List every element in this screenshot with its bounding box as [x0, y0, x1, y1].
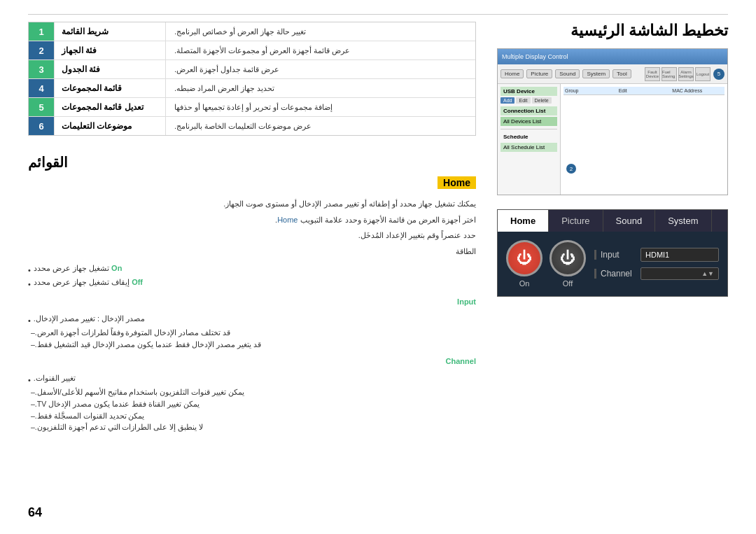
channel-sub1: – يمكن تغيير قنوات التلفزيون باستخدام مف…	[28, 386, 476, 398]
sw-badge-2: 2	[566, 164, 576, 174]
sw-delete-btn[interactable]: Delete	[532, 97, 552, 104]
tab-home[interactable]: Home	[498, 210, 549, 232]
row-number-2: 2	[29, 41, 54, 59]
sw-col-edit: Edit	[619, 88, 670, 93]
sw-system-tab[interactable]: System	[582, 69, 610, 78]
power-off-icon: ⏻	[560, 249, 575, 267]
sw-table-body	[564, 95, 724, 165]
sw-home-tab[interactable]: Home	[500, 69, 524, 78]
sw-tool-tab[interactable]: Tool	[612, 69, 631, 78]
row-desc-3: عرض قائمة جداول أجهزة العرض.	[166, 60, 475, 78]
sw-all-schedule: All Schedule List	[500, 143, 557, 152]
controls-section: Input HDMI1 Channel ▲▼	[594, 240, 719, 288]
table-row: 1 شريط القائمة تغيير حالة جهاز العرض أو …	[29, 22, 475, 41]
off-label: Off	[550, 279, 586, 288]
row-desc-6: عرض موضوعات التعليمات الخاصة بالبرنامج.	[166, 117, 475, 135]
input-title: Input	[28, 295, 476, 309]
software-screenshot: Multiple Display Control Home Picture So…	[497, 48, 728, 195]
sw-icon-logout: Logout	[695, 67, 710, 81]
channel-sub2: – يمكن تغيير القناة فقط عندما يكون مصدر …	[28, 398, 476, 410]
numbered-table: 1 شريط القائمة تغيير حالة جهاز العرض أو …	[28, 22, 476, 136]
sw-edit-btn[interactable]: Edit	[516, 97, 530, 104]
channel-label: Channel	[594, 269, 636, 279]
off-bullet: • Off إيقاف تشغيل جهاز عرض محدد	[28, 276, 476, 291]
sw-add-btn[interactable]: Add	[500, 97, 514, 104]
row-label-5: تعديل قائمة المجموعات	[54, 98, 166, 116]
input-select[interactable]: HDMI1	[640, 248, 719, 262]
table-row: 6 موضوعات التعليمات عرض موضوعات التعليما…	[29, 117, 475, 135]
row-number-5: 5	[29, 98, 54, 116]
sw-toolbar: Home Picture Sound System Tool Fault Dev…	[498, 64, 727, 84]
sw-divider	[500, 129, 557, 129]
sw-titlebar: Multiple Display Control	[498, 49, 727, 64]
input-desc-bullet: • مصدر الإدخال : تغيير مصدر الإدخال.	[28, 313, 476, 328]
channel-stepper[interactable]: ▲▼	[640, 267, 719, 280]
sw-icon-fault: Fault Device	[645, 67, 660, 81]
row-desc-4: تحديد جهاز العرض المراد ضبطه.	[166, 79, 475, 97]
channel-title: Channel	[28, 355, 476, 368]
sw-usb-buttons: Add Edit Delete	[500, 97, 557, 104]
sw-sidebar: USB Device Add Edit Delete Connection Li…	[498, 84, 561, 195]
channel-row: Channel ▲▼	[594, 267, 719, 280]
input-sub1: – قد تختلف مصادر الإدخال المتوفرة وفقاً …	[28, 327, 476, 339]
qawayem-line2: اختر أجهزة العرض من قائمة الأجهزة وحدد ع…	[28, 213, 476, 227]
channel-sub4: – لا ينطبق إلا على الطرازات التي تدعم أج…	[28, 421, 476, 433]
power-section: ⏻ ⏻ On Off	[506, 240, 586, 288]
sw-usb-label: USB Device	[500, 87, 557, 96]
home-panel: Home Picture Sound System ⏻ ⏻	[497, 209, 728, 297]
table-row: 2 فئة الجهاز عرض قائمة أجهزة العرض أو مج…	[29, 41, 475, 60]
row-label-6: موضوعات التعليمات	[54, 117, 166, 135]
table-row: 4 قائمة المجموعات تحديد جهاز العرض المرا…	[29, 79, 475, 98]
tabs-row: Home Picture Sound System	[498, 210, 727, 232]
table-row: 5 تعديل قائمة المجموعات إضافة مجموعات أو…	[29, 98, 475, 117]
home-body: ⏻ ⏻ On Off	[498, 232, 727, 296]
sw-main: Group Edit MAC Address 2	[561, 84, 727, 195]
sw-content: USB Device Add Edit Delete Connection Li…	[498, 84, 727, 195]
tab-sound[interactable]: Sound	[603, 210, 656, 232]
sw-all-devices: All Devices List	[500, 117, 557, 126]
taqa-label: الطاقة	[28, 245, 476, 258]
sw-title-text: Multiple Display Control	[502, 53, 568, 60]
on-label: On	[506, 279, 542, 288]
off-button[interactable]: ⏻	[550, 240, 586, 276]
tab-picture[interactable]: Picture	[549, 210, 603, 232]
sw-col-mac: MAC Address	[672, 88, 723, 93]
on-button[interactable]: ⏻	[506, 240, 542, 276]
top-rule	[28, 14, 728, 15]
row-number-6: 6	[29, 117, 54, 135]
sw-conn-label: Connection List	[500, 106, 557, 115]
on-bullet: • On تشغيل جهاز عرض محدد	[28, 262, 476, 277]
power-labels: On Off	[506, 279, 586, 288]
sw-col-group: Group	[565, 88, 616, 93]
qawayem-line3: حدد عنصراً وقم بتغيير الإعداد المُدخَل.	[28, 229, 476, 242]
page-number: 64	[28, 505, 42, 520]
qawayem-intro: يمكنك تشغيل جهاز محدد أو إطفائه أو تغيير…	[28, 197, 476, 211]
channel-sub3: – يمكن تحديد القنوات المسجَّلة فقط.	[28, 410, 476, 422]
sw-table-header: Group Edit MAC Address	[564, 87, 724, 95]
row-number-1: 1	[29, 22, 54, 41]
sw-sound-tab[interactable]: Sound	[555, 69, 580, 78]
row-label-2: فئة الجهاز	[54, 41, 166, 59]
tab-system[interactable]: System	[655, 210, 711, 232]
sw-picture-tab[interactable]: Picture	[526, 69, 552, 78]
row-desc-1: تغيير حالة جهاز العرض أو خصائص البرنامج.	[166, 22, 475, 41]
row-desc-2: عرض قائمة أجهزة العرض أو مجموعات الأجهزة…	[166, 41, 475, 59]
input-row: Input HDMI1	[594, 248, 719, 262]
sw-icon-plyr: Fuel Saving	[662, 67, 677, 81]
qawayem-title: القوائم	[28, 154, 68, 171]
sw-device-icons: Fault Device Fuel Saving Alarm Settings …	[645, 67, 710, 81]
channel-desc-bullet: • تغيير القنوات.	[28, 372, 476, 387]
input-sub2: – قد يتغير مصدر الإدخال فقط عندما يكون م…	[28, 339, 476, 351]
sw-number-badge: 5	[713, 69, 724, 80]
home-ref: Home	[277, 216, 298, 224]
row-number-3: 3	[29, 60, 54, 78]
table-row: 3 فئة الجدول عرض قائمة جداول أجهزة العرض…	[29, 60, 475, 79]
row-number-4: 4	[29, 79, 54, 97]
page-title: تخطيط الشاشة الرئيسية	[570, 22, 728, 40]
row-desc-5: إضافة مجموعات أو تحرير أو إعادة تجميعها …	[166, 98, 475, 116]
power-on-icon: ⏻	[517, 249, 532, 267]
power-buttons: ⏻ ⏻	[506, 240, 586, 276]
qawayem-section: القوائم Home يمكنك تشغيل جهاز محدد أو إط…	[28, 154, 476, 433]
row-label-4: قائمة المجموعات	[54, 79, 166, 97]
sw-badge-row: 2	[564, 165, 724, 175]
